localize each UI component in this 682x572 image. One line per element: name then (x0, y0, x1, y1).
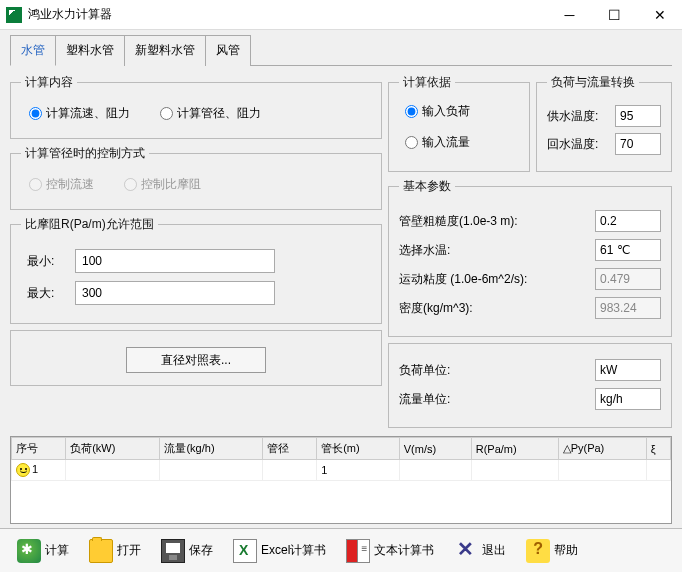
load-unit-input[interactable] (595, 359, 661, 381)
friction-max-label: 最大: (27, 285, 67, 302)
app-icon (6, 7, 22, 23)
friction-min-label: 最小: (27, 253, 67, 270)
radio-input-load[interactable]: 输入负荷 (405, 103, 513, 120)
exit-icon (454, 539, 478, 563)
return-temp-input[interactable] (615, 133, 661, 155)
friction-range-legend: 比摩阻R(Pa/m)允许范围 (21, 216, 158, 233)
calc-content-group: 计算内容 计算流速、阻力 计算管径、阻力 (10, 74, 382, 139)
basic-params-group: 基本参数 管壁粗糙度(1.0e-3 m): 选择水温: 运动粘度 (1.0e-6… (388, 178, 672, 337)
window-title: 鸿业水力计算器 (28, 6, 547, 23)
calc-content-legend: 计算内容 (21, 74, 77, 91)
calc-icon (17, 539, 41, 563)
calc-button[interactable]: 计算 (8, 534, 78, 568)
col-delta-py[interactable]: △Py(Pa) (558, 438, 646, 460)
folder-open-icon (89, 539, 113, 563)
viscosity-label: 运动粘度 (1.0e-6m^2/s): (399, 271, 527, 288)
results-table[interactable]: 序号 负荷(kW) 流量(kg/h) 管径 管长(m) V(m/s) R(Pa/… (10, 436, 672, 524)
col-seq[interactable]: 序号 (12, 438, 66, 460)
radio-control-friction: 控制比摩阻 (124, 176, 201, 193)
text-file-icon (346, 539, 370, 563)
calc-basis-group: 计算依据 输入负荷 输入流量 (388, 74, 530, 172)
friction-min-input[interactable] (75, 249, 275, 273)
density-label: 密度(kg/m^3): (399, 300, 473, 317)
col-xi[interactable]: ξ (646, 438, 670, 460)
radio-input-flow[interactable]: 输入流量 (405, 134, 513, 151)
return-temp-label: 回水温度: (547, 136, 598, 153)
water-temp-input[interactable] (595, 239, 661, 261)
save-button[interactable]: 保存 (152, 534, 222, 568)
viscosity-input (595, 268, 661, 290)
radio-calc-flow-resistance[interactable]: 计算流速、阻力 (29, 105, 130, 122)
radio-calc-diameter-resistance[interactable]: 计算管径、阻力 (160, 105, 261, 122)
control-mode-group: 计算管径时的控制方式 控制流速 控制比摩阻 (10, 145, 382, 210)
help-button[interactable]: 帮助 (517, 534, 587, 568)
tab-duct[interactable]: 风管 (205, 35, 251, 66)
roughness-input[interactable] (595, 210, 661, 232)
col-length[interactable]: 管长(m) (317, 438, 400, 460)
help-icon (526, 539, 550, 563)
basic-params-legend: 基本参数 (399, 178, 455, 195)
col-flow[interactable]: 流量(kg/h) (160, 438, 263, 460)
col-load[interactable]: 负荷(kW) (66, 438, 160, 460)
row-status-icon (16, 463, 30, 477)
col-velocity[interactable]: V(m/s) (399, 438, 471, 460)
maximize-button[interactable]: ☐ (592, 0, 637, 30)
load-conversion-legend: 负荷与流量转换 (547, 74, 639, 91)
table-row[interactable]: 1 1 (12, 460, 671, 481)
supply-temp-input[interactable] (615, 105, 661, 127)
density-input (595, 297, 661, 319)
friction-range-group: 比摩阻R(Pa/m)允许范围 最小: 最大: (10, 216, 382, 324)
load-unit-label: 负荷单位: (399, 362, 450, 379)
text-report-button[interactable]: 文本计算书 (337, 534, 443, 568)
excel-icon (233, 539, 257, 563)
floppy-save-icon (161, 539, 185, 563)
load-conversion-group: 负荷与流量转换 供水温度: 回水温度: (536, 74, 672, 172)
diameter-table-button[interactable]: 直径对照表... (126, 347, 266, 373)
radio-control-flow: 控制流速 (29, 176, 94, 193)
close-button[interactable]: ✕ (637, 0, 682, 30)
units-group: 负荷单位: 流量单位: (388, 343, 672, 428)
supply-temp-label: 供水温度: (547, 108, 598, 125)
roughness-label: 管壁粗糙度(1.0e-3 m): (399, 213, 518, 230)
excel-report-button[interactable]: Excel计算书 (224, 534, 335, 568)
minimize-button[interactable]: ─ (547, 0, 592, 30)
col-diameter[interactable]: 管径 (263, 438, 317, 460)
tab-water-pipe[interactable]: 水管 (10, 35, 56, 66)
tab-new-plastic-pipe[interactable]: 新塑料水管 (124, 35, 206, 66)
titlebar: 鸿业水力计算器 ─ ☐ ✕ (0, 0, 682, 30)
open-button[interactable]: 打开 (80, 534, 150, 568)
col-friction[interactable]: R(Pa/m) (471, 438, 558, 460)
water-temp-label: 选择水温: (399, 242, 450, 259)
friction-max-input[interactable] (75, 281, 275, 305)
toolbar: 计算 打开 保存 Excel计算书 文本计算书 退出 帮助 (0, 528, 682, 572)
tab-plastic-pipe[interactable]: 塑料水管 (55, 35, 125, 66)
calc-basis-legend: 计算依据 (399, 74, 455, 91)
exit-button[interactable]: 退出 (445, 534, 515, 568)
control-mode-legend: 计算管径时的控制方式 (21, 145, 149, 162)
flow-unit-label: 流量单位: (399, 391, 450, 408)
tab-bar: 水管 塑料水管 新塑料水管 风管 (0, 30, 682, 65)
flow-unit-input[interactable] (595, 388, 661, 410)
